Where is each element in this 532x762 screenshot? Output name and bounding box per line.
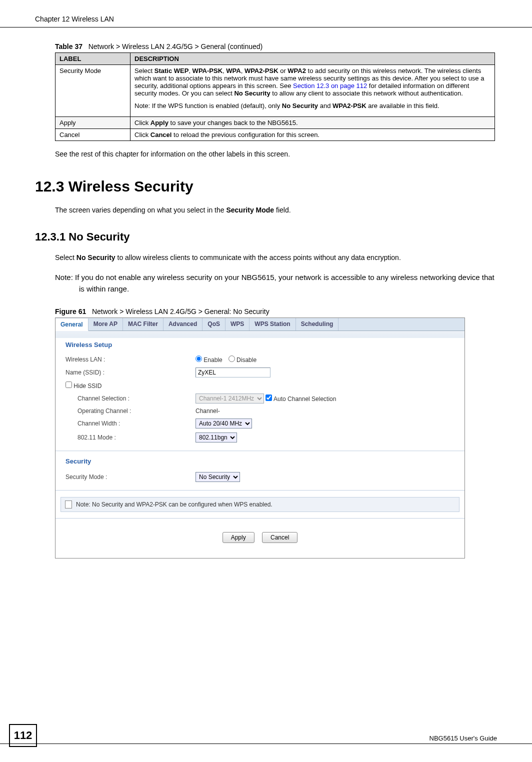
wireless-setup-title: Wireless Setup	[66, 341, 454, 348]
figure-caption-text: Network > Wireless LAN 2.4G/5G > General…	[92, 308, 270, 316]
table-caption-text: Network > Wireless LAN 2.4G/5G > General…	[88, 42, 263, 50]
cell-description: Click Apply to save your changes back to…	[130, 117, 495, 129]
note-box: Note: No Security and WPA2-PSK can be co…	[60, 497, 460, 512]
section-heading-12-3-1: 12.3.1 No Security	[35, 230, 497, 244]
page-number: 112	[9, 724, 37, 747]
wlan-label: Wireless LAN :	[66, 356, 196, 363]
section-intro: The screen varies depending on what you …	[55, 205, 497, 216]
security-mode-select[interactable]: No Security	[196, 472, 240, 482]
hide-ssid-checkbox[interactable]: Hide SSID	[66, 382, 102, 390]
operating-channel-value: Channel-	[196, 408, 220, 414]
channel-selection-label: Channel Selection :	[78, 395, 196, 402]
mode-80211-label: 802.11 Mode :	[78, 434, 196, 441]
after-table-text: See the rest of this chapter for informa…	[55, 150, 497, 158]
cell-description: Select Static WEP, WPA-PSK, WPA, WPA2-PS…	[130, 65, 495, 117]
channel-width-label: Channel Width :	[78, 420, 196, 427]
cancel-button[interactable]: Cancel	[262, 532, 298, 543]
note-text: Note: No Security and WPA2-PSK can be co…	[76, 501, 272, 508]
radio-disable[interactable]: Disable	[228, 356, 256, 364]
radio-enable-input[interactable]	[196, 356, 202, 362]
channel-width-select[interactable]: Auto 20/40 MHz	[196, 418, 252, 428]
section-heading-12-3: 12.3 Wireless Security	[35, 178, 497, 195]
col-header-description: DESCRIPTION	[130, 53, 495, 65]
table-caption: Table 37 Network > Wireless LAN 2.4G/5G …	[55, 42, 497, 50]
guide-name: NBG5615 User's Guide	[430, 734, 497, 742]
tab-scheduling[interactable]: Scheduling	[296, 318, 339, 330]
tab-wps-station[interactable]: WPS Station	[250, 318, 296, 330]
ssid-input[interactable]	[196, 368, 270, 378]
table-caption-prefix: Table 37	[55, 42, 82, 50]
security-mode-label: Security Mode :	[66, 474, 196, 480]
subsection-para: Select No Security to allow wireless cli…	[55, 252, 497, 263]
tab-wps[interactable]: WPS	[226, 318, 250, 330]
tab-mac-filter[interactable]: MAC Filter	[123, 318, 164, 330]
security-title: Security	[66, 458, 454, 465]
apply-button[interactable]: Apply	[222, 532, 254, 543]
mode-80211-select[interactable]: 802.11bgn	[196, 432, 237, 442]
tab-advanced[interactable]: Advanced	[164, 318, 202, 330]
figure-caption-prefix: Figure 61	[55, 308, 86, 316]
auto-channel-checkbox[interactable]: Auto Channel Selection	[266, 394, 336, 402]
tab-qos[interactable]: QoS	[202, 318, 226, 330]
channel-selection-select: Channel-1 2412MHz	[196, 394, 264, 404]
note-paragraph: Note: If you do not enable any wireless …	[55, 272, 497, 294]
radio-enable[interactable]: Enable	[196, 356, 222, 364]
auto-channel-input[interactable]	[266, 394, 272, 401]
chapter-title: Chapter 12 Wireless LAN	[35, 15, 114, 23]
tab-more-ap[interactable]: More AP	[88, 318, 123, 330]
cell-label: Security Mode	[56, 65, 130, 117]
cell-label: Apply	[56, 117, 130, 129]
table-row: Cancel Click Cancel to reload the previo…	[56, 129, 495, 141]
cell-label: Cancel	[56, 129, 130, 141]
tab-general[interactable]: General	[56, 318, 88, 331]
section-link[interactable]: Section 12.3 on page 112	[293, 82, 367, 90]
figure-caption: Figure 61 Network > Wireless LAN 2.4G/5G…	[55, 308, 497, 316]
ssid-label: Name (SSID) :	[66, 369, 196, 376]
table-37: LABEL DESCRIPTION Security Mode Select S…	[55, 52, 495, 141]
tab-bar: General More AP MAC Filter Advanced QoS …	[56, 318, 464, 331]
radio-disable-input[interactable]	[228, 356, 235, 362]
page-header: Chapter 12 Wireless LAN	[0, 0, 532, 28]
divider	[56, 490, 464, 491]
divider	[56, 450, 464, 452]
col-header-label: LABEL	[56, 53, 130, 65]
document-icon	[65, 500, 72, 508]
operating-channel-label: Operating Channel :	[78, 408, 196, 414]
divider	[56, 518, 464, 519]
table-row: Security Mode Select Static WEP, WPA-PSK…	[56, 65, 495, 117]
cell-description: Click Cancel to reload the previous conf…	[130, 129, 495, 141]
table-row: Apply Click Apply to save your changes b…	[56, 117, 495, 129]
page-footer: 112 NBG5615 User's Guide	[0, 744, 532, 747]
figure-screenshot: General More AP MAC Filter Advanced QoS …	[55, 318, 465, 558]
hide-ssid-input[interactable]	[66, 382, 72, 388]
